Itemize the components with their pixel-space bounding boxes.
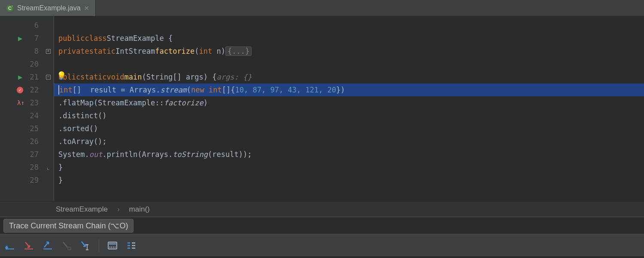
code-line: .distinct() [54,109,644,122]
inline-hint: args: {} [217,73,252,81]
evaluate-expression-button[interactable] [107,240,118,251]
step-into-button[interactable] [23,240,34,251]
svg-rect-4 [109,243,116,245]
editor-tab[interactable]: C StreamExample.java ✕ [0,0,96,16]
breadcrumb-class[interactable]: StreamExample [56,205,108,214]
lambda-step-icon[interactable]: λ↑ [17,99,24,106]
line-number-gutter: 6 ▶7 8 20 ▶21 ✓22 λ↑23 24 25 26 27 28 29 [0,16,43,201]
breadcrumb-method[interactable]: main() [129,205,150,214]
code-line: System.out.println(Arrays.toString(resul… [54,148,644,161]
run-to-cursor-button[interactable] [80,240,91,251]
separator [99,239,99,252]
fold-end-icon[interactable]: ⌞ [46,164,50,171]
svg-rect-2 [68,247,71,250]
breakpoint-icon[interactable]: ✓ [16,86,24,94]
intention-bulb-icon[interactable]: 💡 [57,71,66,80]
code-editor[interactable]: 6 ▶7 8 20 ▶21 ✓22 λ↑23 24 25 26 27 28 29… [0,16,644,201]
trace-stream-chain-button[interactable] [126,240,137,251]
svg-text:C: C [8,6,12,11]
code-line: .flatMap(StreamExample::factorize) [54,96,644,109]
code-line [54,19,644,32]
run-gutter-icon[interactable]: ▶ [18,73,22,81]
close-icon[interactable]: ✕ [84,5,89,12]
tooltip: Trace Current Stream Chain (⌥O) [3,219,134,233]
fold-expand-icon[interactable]: + [46,49,51,54]
folded-region[interactable]: {...} [225,46,252,56]
code-line: } [54,174,644,187]
code-line: private static IntStream factorize(int n… [54,45,644,58]
code-line [54,58,644,71]
debug-toolbar [0,234,644,256]
code-line: .sorted() [54,122,644,135]
tab-bar: C StreamExample.java ✕ [0,0,644,16]
step-over-button[interactable] [4,240,15,251]
code-line: } [54,161,644,174]
fold-collapse-icon[interactable]: − [46,75,51,80]
code-line: .toArray(); [54,135,644,148]
tooltip-row: Trace Current Stream Chain (⌥O) [0,217,644,234]
fold-gutter: + − ⌞ [43,16,54,201]
code-line: int[] result = Arrays.stream(new int[]{1… [54,83,644,96]
code-area[interactable]: 💡 public class StreamExample { private s… [54,16,644,201]
breadcrumb: StreamExample › main() [0,201,644,217]
tab-filename: StreamExample.java [17,4,81,12]
step-out-button[interactable] [42,240,53,251]
chevron-right-icon: › [117,205,120,214]
java-class-icon: C [6,4,14,12]
code-line: public class StreamExample { [54,32,644,45]
code-line: ublic static void main(String[] args) { … [54,71,644,83]
run-gutter-icon[interactable]: ▶ [18,34,22,43]
force-step-into-button[interactable] [61,240,72,251]
